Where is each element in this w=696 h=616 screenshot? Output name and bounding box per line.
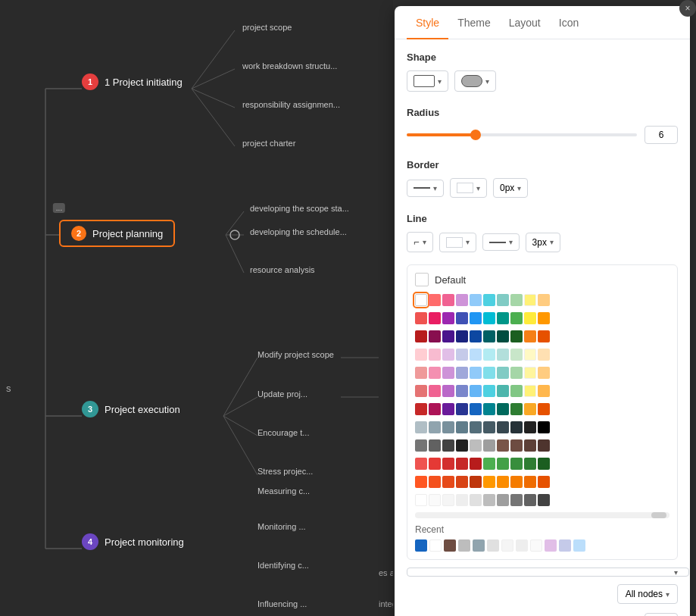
color-cell[interactable] [524,403,536,415]
recent-color[interactable] [444,539,456,552]
color-cell[interactable] [538,330,550,342]
color-cell[interactable] [456,421,468,433]
color-cell[interactable] [415,476,427,488]
color-cell[interactable] [456,294,468,306]
color-cell[interactable] [538,458,550,470]
color-cell[interactable] [429,330,441,342]
color-cell[interactable] [538,494,550,506]
spacing-input-1[interactable] [645,613,678,616]
node-type-dropdown[interactable] [407,568,689,577]
shape-select-1[interactable]: ▾ [407,70,448,92]
color-cell[interactable] [538,403,550,415]
color-cell[interactable] [470,403,482,415]
border-style-select[interactable]: ▾ [407,180,444,197]
color-cell[interactable] [538,294,550,306]
node-project-initiating[interactable]: 1 1 Project initiating [82,73,183,90]
color-cell[interactable] [470,439,482,452]
panel-close-button[interactable]: × [679,0,696,17]
color-cell[interactable] [470,421,482,433]
color-cell[interactable] [483,312,495,324]
color-cell[interactable] [510,312,523,324]
color-cell[interactable] [524,330,536,342]
color-cell[interactable] [497,330,509,342]
color-cell[interactable] [470,312,482,324]
color-cell[interactable] [415,458,427,470]
color-cell[interactable] [429,458,441,470]
color-cell[interactable] [456,312,468,324]
color-cell[interactable] [456,494,468,506]
recent-color[interactable] [530,539,542,552]
recent-color[interactable] [545,539,557,552]
color-cell[interactable] [510,458,523,470]
color-cell[interactable] [497,349,509,361]
color-cell[interactable] [429,403,441,415]
color-cell[interactable] [429,494,441,506]
color-cell[interactable] [429,439,441,452]
shape-select-2[interactable]: ▾ [454,70,496,92]
tab-theme[interactable]: Theme [448,6,500,39]
color-cell[interactable] [456,349,468,361]
recent-color[interactable] [559,539,571,552]
color-cell[interactable] [538,312,550,324]
color-cell[interactable] [429,421,441,433]
recent-color[interactable] [415,539,427,552]
color-cell[interactable] [415,349,427,361]
recent-color[interactable] [458,539,470,552]
color-cell[interactable] [470,294,482,306]
color-cell[interactable] [456,385,468,397]
tab-layout[interactable]: Layout [500,6,550,39]
recent-color[interactable] [487,539,499,552]
color-cell[interactable] [429,349,441,361]
color-cell[interactable] [497,367,509,379]
color-cell[interactable] [524,458,536,470]
node-ellipsis[interactable]: ... [53,203,65,213]
color-cell[interactable] [429,294,441,306]
node-project-execution[interactable]: 3 Project execution [82,401,180,417]
color-cell[interactable] [442,385,454,397]
color-cell[interactable] [415,330,427,342]
color-cell[interactable] [415,367,427,379]
color-cell[interactable] [497,403,509,415]
color-cell[interactable] [415,439,427,452]
color-cell[interactable] [538,439,550,452]
color-cell[interactable] [483,494,495,506]
color-cell[interactable] [524,476,536,488]
color-cell[interactable] [470,330,482,342]
color-cell[interactable] [510,330,523,342]
color-cell[interactable] [483,385,495,397]
color-cell[interactable] [442,349,454,361]
color-cell[interactable] [442,367,454,379]
color-cell[interactable] [510,476,523,488]
color-cell[interactable] [510,494,523,506]
color-cell[interactable] [483,421,495,433]
color-cell[interactable] [442,458,454,470]
color-cell[interactable] [470,476,482,488]
line-color-select[interactable]: ▾ [439,233,476,252]
color-cell[interactable] [470,367,482,379]
radius-slider[interactable] [407,127,637,142]
color-cell[interactable] [538,349,550,361]
color-cell[interactable] [442,421,454,433]
color-cell[interactable] [429,385,441,397]
color-cell[interactable] [429,312,441,324]
recent-color[interactable] [573,539,585,552]
recent-color[interactable] [429,539,442,552]
color-cell[interactable] [524,312,536,324]
color-picker-scrollbar[interactable] [415,512,669,518]
color-cell[interactable] [510,367,523,379]
line-style-select[interactable]: ▾ [482,233,520,251]
color-cell[interactable] [429,367,441,379]
color-cell[interactable] [483,349,495,361]
tab-style[interactable]: Style [407,6,448,39]
color-cell[interactable] [497,294,509,306]
color-cell[interactable] [442,439,454,452]
color-cell[interactable] [538,385,550,397]
color-cell[interactable] [497,494,509,506]
color-cell[interactable] [442,494,454,506]
color-cell[interactable] [538,421,550,433]
color-cell[interactable] [415,403,427,415]
color-cell[interactable] [524,421,536,433]
recent-color[interactable] [516,539,528,552]
color-cell[interactable] [456,330,468,342]
color-cell[interactable] [442,476,454,488]
